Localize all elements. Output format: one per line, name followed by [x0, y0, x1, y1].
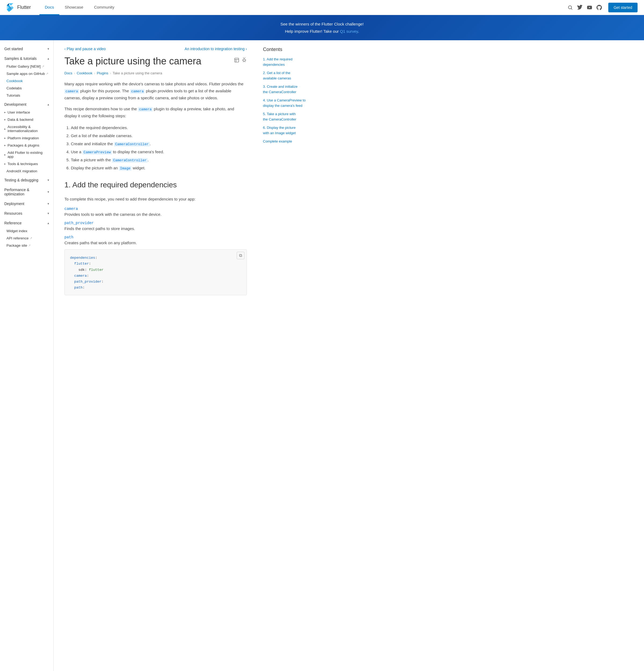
prev-arrow-icon: ‹: [64, 47, 67, 51]
section-1-intro: To complete this recipe, you need to add…: [64, 196, 247, 203]
nav-links: Docs Showcase Community: [39, 0, 568, 15]
sidebar-get-started-header[interactable]: Get started ▾: [0, 45, 53, 53]
svg-marker-0: [9, 3, 13, 5]
sidebar-item-sample-apps[interactable]: Sample apps on GitHub ↗: [0, 70, 53, 77]
sidebar-item-tutorials[interactable]: Tutorials: [0, 92, 53, 99]
sidebar-resources-header[interactable]: Resources ▾: [0, 209, 53, 218]
breadcrumb-sep-3: ›: [110, 71, 111, 75]
banner-line2-pre: Help improve Flutter! Take our: [285, 29, 340, 34]
flutter-logo-icon: [7, 3, 15, 12]
sidebar-item-platform[interactable]: ▸ Platform integration: [0, 135, 53, 142]
youtube-button[interactable]: [587, 5, 592, 10]
sidebar-section-development: Development ▴ ▸ User interface ▸ Data & …: [0, 100, 53, 175]
camera-plugin-code-3: camera: [138, 107, 153, 112]
copy-code-button[interactable]: ⧉: [237, 252, 244, 259]
breadcrumb-plugins[interactable]: Plugins: [97, 71, 108, 75]
sidebar-performance-header[interactable]: Performance & optimization ▾: [0, 186, 53, 198]
toc-item-1[interactable]: 1. Add the requireddependencies: [263, 56, 311, 67]
sidebar-item-packages[interactable]: ▸ Packages & plugins: [0, 142, 53, 149]
main-layout: Get started ▾ Samples & tutorials ▴ Flut…: [0, 40, 644, 671]
file-bug-button[interactable]: [242, 58, 247, 64]
next-arrow-icon: ›: [244, 47, 247, 51]
announcement-banner: See the winners of the Flutter Clock cha…: [0, 15, 644, 40]
nav-docs[interactable]: Docs: [39, 0, 59, 15]
dep-path-desc: Creates paths that work on any platform.: [64, 240, 247, 245]
sidebar-section-resources: Resources ▾: [0, 209, 53, 218]
sidebar-item-gallery[interactable]: Flutter Gallery [NEW] ↗: [0, 63, 53, 70]
top-navigation: Flutter Docs Showcase Community: [0, 0, 644, 15]
toc-title: Contents: [263, 47, 311, 52]
flutter-logo-link[interactable]: Flutter: [7, 3, 31, 12]
steps-list: Add the required dependencies. Get a lis…: [71, 124, 247, 172]
section-1-heading: 1. Add the required dependencies: [64, 181, 247, 191]
sidebar-item-codelabs[interactable]: Codelabs: [0, 85, 53, 92]
banner-line1: See the winners of the Flutter Clock cha…: [5, 21, 639, 28]
toc-item-5[interactable]: 5. Take a picture withthe CameraControll…: [263, 111, 311, 122]
sidebar-development-header[interactable]: Development ▴: [0, 100, 53, 109]
sidebar-item-add-flutter[interactable]: ▸ Add Flutter to existing app: [0, 149, 53, 160]
step-item-6: Display the picture with an Image widget…: [71, 164, 247, 172]
breadcrumb-cookbook[interactable]: Cookbook: [77, 71, 93, 75]
svg-marker-6: [12, 5, 14, 10]
sidebar-reference-header[interactable]: Reference ▴: [0, 219, 53, 227]
svg-point-7: [568, 5, 571, 9]
svg-point-13: [243, 59, 245, 61]
toc-item-2[interactable]: 2. Get a list of theavailable cameras: [263, 70, 311, 81]
page-title-row: Take a picture using the camera: [64, 55, 247, 67]
sidebar-item-cookbook[interactable]: Cookbook: [0, 77, 53, 85]
step-item-2: Get a list of the available cameras.: [71, 132, 247, 140]
nav-icons: Get started: [568, 3, 637, 12]
sidebar-item-tools[interactable]: ▸ Tools & techniques: [0, 160, 53, 167]
breadcrumb-docs[interactable]: Docs: [64, 71, 73, 75]
get-started-button[interactable]: Get started: [608, 3, 637, 12]
sidebar-item-widget-index[interactable]: Widget index: [0, 227, 53, 235]
toc-item-6[interactable]: 6. Display the picturewith an Image widg…: [263, 125, 311, 136]
next-page-link[interactable]: An introduction to integration testing ›: [185, 47, 247, 51]
sidebar-deployment-header[interactable]: Deployment ▾: [0, 200, 53, 208]
page-action-icons: [234, 58, 247, 64]
sidebar-samples-header[interactable]: Samples & tutorials ▴: [0, 54, 53, 63]
toc-item-3[interactable]: 3. Create and initializethe CameraContro…: [263, 84, 311, 94]
search-button[interactable]: [568, 5, 573, 10]
sidebar-item-ui[interactable]: ▸ User interface: [0, 109, 53, 116]
sidebar-section-performance: Performance & optimization ▾: [0, 186, 53, 198]
toc-item-complete[interactable]: Complete example: [263, 139, 311, 144]
dep-path-provider: path_provider Finds the correct paths to…: [64, 221, 247, 231]
page-title: Take a picture using the camera: [64, 55, 201, 67]
code-line-1: dependencies:: [70, 255, 241, 261]
sidebar-item-api-reference[interactable]: API reference ↗: [0, 235, 53, 242]
intro-paragraph-2: This recipe demonstrates how to use the …: [64, 105, 247, 119]
twitter-button[interactable]: [577, 5, 582, 10]
nav-community[interactable]: Community: [89, 0, 120, 15]
sidebar-item-androidx[interactable]: AndroidX migration: [0, 167, 53, 175]
sidebar-testing-header[interactable]: Testing & debugging ▾: [0, 176, 53, 185]
banner-line2-post: .: [358, 29, 359, 34]
code-line-3: sdk: flutter: [70, 267, 241, 273]
dep-path-provider-name[interactable]: path_provider: [64, 221, 247, 225]
github-button[interactable]: [596, 5, 602, 10]
arrow-right-icon: ▸: [4, 127, 6, 131]
camera-plugin-code-2: camera: [130, 89, 145, 94]
nav-showcase[interactable]: Showcase: [59, 0, 89, 15]
main-content: ‹ Play and pause a video An introduction…: [54, 40, 258, 671]
sidebar-item-package-site[interactable]: Package site ↗: [0, 242, 53, 249]
dep-camera-name[interactable]: camera: [64, 207, 247, 211]
sidebar-section-deployment: Deployment ▾: [0, 200, 53, 208]
chevron-up-icon: ▴: [48, 221, 49, 225]
prev-page-link[interactable]: ‹ Play and pause a video: [64, 47, 106, 51]
step-item-5: Take a picture with the CameraController…: [71, 156, 247, 164]
banner-survey-link[interactable]: Q1 survey: [340, 29, 358, 34]
code-line-6: path:: [70, 285, 241, 291]
dep-path-name[interactable]: path: [64, 235, 247, 239]
toc-item-4[interactable]: 4. Use a CameraPreview todisplay the cam…: [263, 98, 311, 108]
sidebar-item-accessibility[interactable]: ▸ Accessibility & internationalization: [0, 123, 53, 135]
arrow-right-icon: ▸: [4, 153, 6, 156]
chevron-up-icon: ▴: [48, 102, 49, 106]
external-link-icon: ↗: [30, 237, 32, 240]
sidebar-item-data-backend[interactable]: ▸ Data & backend: [0, 116, 53, 123]
search-icon: [568, 5, 573, 10]
external-link-icon: ↗: [42, 65, 44, 68]
arrow-right-icon: ▸: [4, 162, 6, 166]
view-source-button[interactable]: [234, 58, 239, 64]
sidebar-section-testing: Testing & debugging ▾: [0, 176, 53, 185]
